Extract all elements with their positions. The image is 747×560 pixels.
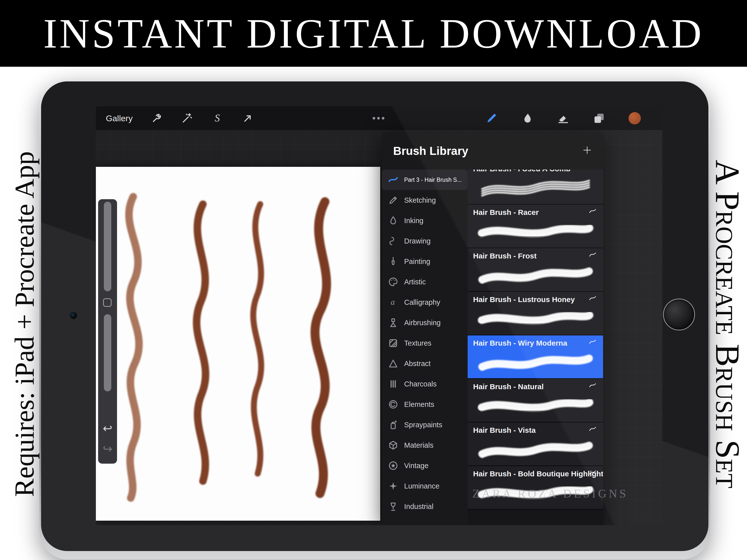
- brush-list-column: Hair Brush - I Used A Comb Hair Brush - …: [468, 170, 603, 525]
- brush-hair-brush-vista[interactable]: Hair Brush - Vista: [468, 423, 603, 466]
- ipad-bezel: Gallery S •••: [41, 81, 709, 551]
- category-charcoals[interactable]: Charcoals: [382, 374, 468, 394]
- wrench-icon[interactable]: [150, 112, 163, 125]
- ipad-device: Gallery S •••: [39, 80, 710, 560]
- procreate-screen: Gallery S •••: [96, 106, 662, 525]
- brush-library-header: Brush Library: [382, 132, 603, 170]
- category-label: Charcoals: [404, 380, 437, 388]
- brush-name: Hair Brush - Lustrous Honey: [473, 295, 575, 304]
- category-sketching[interactable]: Sketching: [382, 190, 468, 210]
- spray-can-icon: [388, 419, 398, 430]
- category-drawing[interactable]: Drawing: [382, 231, 468, 251]
- add-brush-button[interactable]: [580, 143, 594, 157]
- canvas-workspace: ↩ ↪ Brush Library Part 3 - Hair Brush S.…: [96, 130, 662, 525]
- brush-list: Hair Brush - I Used A Comb Hair Brush - …: [468, 170, 603, 510]
- svg-text:S: S: [215, 112, 220, 124]
- category-industrial[interactable]: Industrial: [382, 496, 468, 517]
- brush-flick-icon: [587, 251, 599, 259]
- hair-brush-set-icon: [388, 174, 398, 185]
- hair-stroke-artwork: [96, 167, 380, 521]
- brush-name: Hair Brush - Frost: [473, 252, 537, 260]
- brush-name: Hair Brush - Vista: [473, 426, 536, 434]
- brush-hair-brush-i-used-a-comb[interactable]: Hair Brush - I Used A Comb: [468, 170, 603, 205]
- category-spraypaints[interactable]: Spraypaints: [382, 414, 468, 435]
- category-part-3-hair-brush-s[interactable]: Part 3 - Hair Brush S...: [382, 170, 468, 190]
- brush-size-slider[interactable]: [104, 202, 111, 291]
- brush-hair-brush-wiry-moderna[interactable]: Hair Brush - Wiry Moderna: [468, 335, 603, 379]
- category-label: Inking: [404, 217, 423, 225]
- eraser-icon[interactable]: [557, 112, 570, 125]
- category-calligraphy[interactable]: a Calligraphy: [382, 292, 468, 312]
- color-swatch[interactable]: [628, 112, 641, 125]
- palette-icon: [388, 276, 398, 287]
- modify-button[interactable]: [103, 298, 111, 307]
- toolbar-left-icons: S: [150, 112, 254, 125]
- category-label: Sketching: [404, 196, 436, 204]
- category-textures[interactable]: Textures: [382, 333, 468, 353]
- svg-text:a: a: [391, 298, 395, 307]
- italic-a-icon: a: [388, 297, 398, 308]
- cube-icon: [388, 440, 398, 451]
- brush-name: Hair Brush - Wiry Moderna: [473, 339, 567, 347]
- front-camera: [69, 311, 78, 320]
- charcoal-bars-icon: [388, 379, 398, 389]
- brush-flick-icon: [587, 426, 599, 433]
- gallery-button[interactable]: Gallery: [106, 113, 133, 123]
- category-airbrushing[interactable]: Airbrushing: [382, 312, 468, 333]
- category-label: Materials: [404, 441, 434, 450]
- magic-wand-icon[interactable]: [181, 112, 194, 125]
- trophy-icon: [388, 501, 398, 512]
- smudge-icon[interactable]: [521, 112, 534, 125]
- brush-flick-icon: [587, 382, 599, 389]
- category-inking[interactable]: Inking: [382, 210, 468, 231]
- category-luminance[interactable]: Luminance: [382, 476, 468, 496]
- drawing-canvas[interactable]: [96, 167, 380, 521]
- brush-opacity-slider[interactable]: [104, 314, 111, 391]
- category-label: Airbrushing: [404, 319, 441, 327]
- brush-hair-brush-natural[interactable]: Hair Brush - Natural: [468, 379, 603, 423]
- toolbar-right-group: [485, 112, 662, 125]
- brush-flick-icon: [587, 469, 599, 477]
- elements-icon: [388, 399, 398, 410]
- squiggle-icon: [388, 235, 398, 247]
- star-badge-icon: [388, 460, 398, 471]
- category-label: Industrial: [404, 503, 434, 511]
- product-image: INSTANT DIGITAL DOWNLOAD Requires: iPad …: [0, 0, 747, 560]
- layers-icon[interactable]: [593, 112, 606, 125]
- triangle-icon: [388, 358, 398, 369]
- sparkle-icon: [388, 481, 398, 491]
- category-vintage[interactable]: Vintage: [382, 455, 468, 476]
- transform-icon[interactable]: [241, 112, 254, 125]
- brush-name: Hair Brush - Racer: [473, 208, 539, 217]
- category-elements[interactable]: Elements: [382, 394, 468, 414]
- side-text-left: Requires: iPad + Procreate App: [9, 85, 40, 560]
- watermark: ZARA ROZA DESIGNS: [472, 487, 652, 500]
- texture-icon: [388, 338, 398, 349]
- brush-flick-icon: [587, 208, 599, 215]
- brush-hair-brush-lustrous-honey[interactable]: Hair Brush - Lustrous Honey: [468, 292, 603, 335]
- category-label: Part 3 - Hair Brush S...: [404, 177, 462, 183]
- category-materials[interactable]: Materials: [382, 435, 468, 455]
- brush-name: Hair Brush - Natural: [473, 382, 544, 391]
- airbrush-icon: [388, 317, 398, 328]
- brush-flick-icon: [587, 295, 599, 302]
- brush-hair-brush-frost[interactable]: Hair Brush - Frost: [468, 248, 603, 292]
- category-label: Textures: [404, 339, 432, 347]
- undo-icon[interactable]: ↩: [98, 422, 117, 434]
- redo-icon[interactable]: ↪: [98, 443, 117, 455]
- selection-icon[interactable]: S: [211, 112, 224, 125]
- category-artistic[interactable]: Artistic: [382, 272, 468, 292]
- paintbrush-icon[interactable]: [485, 112, 498, 125]
- home-button[interactable]: [663, 299, 695, 330]
- brush-library-panel: Brush Library Part 3 - Hair Brush S... S…: [382, 132, 603, 525]
- category-label: Spraypaints: [404, 421, 442, 429]
- brush-hair-brush-racer[interactable]: Hair Brush - Racer: [468, 205, 603, 248]
- paint-brush-icon: [388, 256, 398, 267]
- category-label: Painting: [404, 257, 430, 266]
- brush-category-list: Part 3 - Hair Brush S... Sketching Inkin…: [382, 170, 468, 525]
- brush-flick-icon: [587, 170, 599, 172]
- category-abstract[interactable]: Abstract: [382, 353, 468, 374]
- category-painting[interactable]: Painting: [382, 251, 468, 272]
- brush-flick-icon: [587, 338, 599, 346]
- toolbar-left-group: Gallery S: [96, 112, 254, 125]
